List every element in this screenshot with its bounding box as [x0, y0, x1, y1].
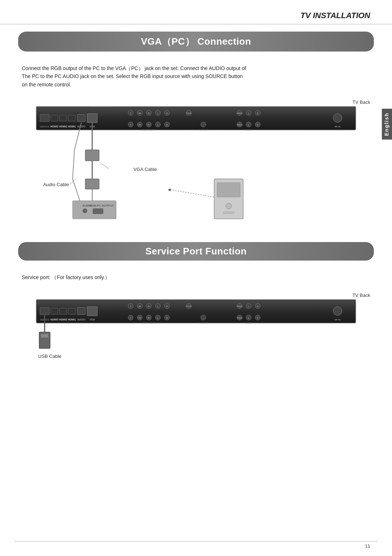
svg-rect-60	[85, 179, 99, 189]
top-header: TV INSTALLATION	[0, 0, 392, 24]
svg-text:VIDEO: VIDEO	[237, 112, 242, 114]
svg-rect-84	[51, 308, 58, 314]
svg-text:R: R	[257, 112, 258, 114]
svg-text:Pb: Pb	[139, 112, 141, 114]
svg-text:Y: Y	[130, 112, 131, 114]
svg-text:AUDIO: AUDIO	[77, 125, 86, 128]
vga-description: Connect the RGB output of the PC to the …	[22, 64, 370, 89]
svg-rect-74	[217, 183, 240, 197]
svg-rect-88	[87, 307, 97, 316]
svg-point-75	[226, 203, 232, 209]
svg-rect-137	[41, 334, 48, 338]
vga-body-text: Connect the RGB output of the PC to the …	[0, 59, 392, 96]
svg-marker-78	[168, 188, 171, 191]
svg-rect-66	[93, 209, 103, 214]
vga-cable-label: VGA Cable	[134, 167, 157, 172]
svg-text:L: L	[157, 112, 158, 114]
svg-text:Audio Cable: Audio Cable	[43, 182, 69, 187]
svg-text:HDMI3: HDMI3	[50, 125, 58, 128]
page-title: TV INSTALLATION	[301, 11, 370, 20]
svg-text:Y: Y	[130, 317, 131, 319]
svg-rect-87	[77, 307, 85, 315]
svg-text:Y: Y	[130, 124, 131, 126]
service-tv-back-label: TV Back	[18, 293, 374, 298]
svg-rect-7	[60, 115, 67, 121]
svg-rect-6	[51, 115, 58, 121]
svg-text:L: L	[248, 305, 249, 307]
svg-line-70	[100, 163, 109, 169]
svg-text:Pr: Pr	[148, 317, 150, 319]
page-number: 11	[365, 543, 370, 549]
svg-text:L: L	[157, 317, 158, 319]
svg-rect-86	[68, 308, 75, 314]
side-tab-label: English	[384, 113, 389, 136]
page: English TV INSTALLATION VGA（PC） Connecti…	[0, 0, 392, 556]
vga-diagram-area: TV Back PC COMPONENT 2 AV2 IN	[18, 99, 374, 231]
svg-text:RF IN: RF IN	[335, 319, 340, 321]
vga-diagram-svg: PC COMPONENT 2 AV2 IN SERVICE HDMI3 HDMI…	[18, 106, 374, 230]
svg-text:L: L	[248, 112, 249, 114]
svg-text:L: L	[248, 124, 249, 126]
svg-text:R: R	[257, 305, 258, 307]
svg-rect-83	[40, 307, 49, 315]
svg-point-35	[333, 114, 342, 122]
svg-text:L: L	[157, 305, 158, 307]
svg-text:VIDEO: VIDEO	[237, 124, 242, 126]
service-section-banner: Service Port Function	[18, 242, 374, 261]
svg-text:VIDEO: VIDEO	[237, 317, 242, 319]
svg-text:HDMI1: HDMI1	[68, 318, 76, 321]
svg-point-126	[201, 315, 206, 320]
svg-point-48	[201, 122, 206, 127]
svg-text:SERVICE: SERVICE	[40, 126, 49, 128]
svg-text:COAX: COAX	[186, 305, 192, 307]
svg-rect-9	[77, 114, 85, 122]
svg-text:HDMI3: HDMI3	[50, 318, 58, 321]
svg-text:AV1 IN: AV1 IN	[245, 322, 252, 324]
svg-text:Pr: Pr	[148, 124, 150, 126]
svg-text:COAX: COAX	[186, 112, 192, 114]
svg-rect-10	[87, 114, 97, 123]
svg-rect-76	[223, 212, 234, 214]
svg-text:R: R	[257, 317, 258, 319]
svg-text:HDMI2: HDMI2	[59, 125, 67, 128]
vga-tv-back-label: TV Back	[18, 99, 374, 105]
svg-text:HDMI1: HDMI1	[68, 125, 76, 128]
svg-text:R: R	[166, 305, 168, 307]
svg-point-113	[333, 307, 342, 315]
svg-text:S-VIDEO: S-VIDEO	[199, 322, 208, 324]
svg-text:Y: Y	[130, 305, 131, 307]
svg-text:AUDIO: AUDIO	[77, 318, 86, 321]
vga-section-banner: VGA（PC） Connection	[18, 32, 374, 52]
svg-rect-58	[85, 150, 99, 161]
side-tab: English	[382, 109, 392, 140]
svg-rect-85	[60, 308, 67, 314]
svg-text:VGA: VGA	[90, 318, 95, 321]
service-diagram-area: TV Back PC COMPONENT 2 AV2 IN SERVICE HD…	[18, 293, 374, 359]
svg-text:S-VIDEO: S-VIDEO	[199, 129, 208, 131]
svg-line-69	[73, 179, 80, 201]
svg-text:Pr: Pr	[148, 305, 150, 307]
svg-text:RGB-PC OUTPUT: RGB-PC OUTPUT	[90, 204, 114, 207]
svg-text:Pb: Pb	[139, 305, 141, 307]
svg-text:L: L	[157, 124, 158, 126]
svg-rect-5	[40, 114, 49, 122]
service-diagram-svg: PC COMPONENT 2 AV2 IN SERVICE HDMI3 HDMI…	[18, 299, 374, 357]
service-body-text: Service port: （For factory uses only.）	[0, 268, 392, 289]
svg-text:COMPONENT1: COMPONENT1	[141, 129, 157, 131]
svg-text:Pb: Pb	[139, 124, 141, 126]
svg-line-68	[73, 150, 74, 179]
svg-line-77	[171, 190, 214, 197]
svg-text:RF IN: RF IN	[335, 126, 340, 128]
svg-text:R: R	[166, 317, 168, 319]
svg-rect-8	[68, 115, 75, 121]
svg-text:R: R	[257, 124, 258, 126]
svg-text:COMPONENT1: COMPONENT1	[141, 322, 157, 324]
vga-section-title: VGA（PC） Connection	[29, 35, 363, 48]
svg-text:VIDEO: VIDEO	[237, 305, 242, 307]
svg-text:L: L	[248, 317, 249, 319]
svg-text:R: R	[166, 112, 168, 114]
service-section-title: Service Port Function	[29, 246, 363, 257]
svg-text:HDMI2: HDMI2	[59, 318, 67, 321]
svg-text:R: R	[166, 124, 168, 126]
svg-point-65	[83, 209, 87, 213]
